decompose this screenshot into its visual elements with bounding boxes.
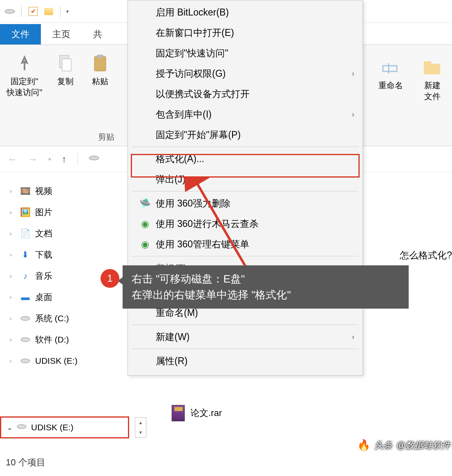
chevron-right-icon: › <box>10 315 16 322</box>
properties-qat-icon[interactable]: ✔ <box>27 5 40 18</box>
svg-point-11 <box>21 338 30 342</box>
newfolder-button[interactable]: 新建 文件 <box>413 53 452 102</box>
cm-360-menu[interactable]: ◉使用 360管理右键菜单 <box>128 234 362 254</box>
chevron-right-icon: › <box>10 336 16 343</box>
tree-label: 图片 <box>35 207 52 218</box>
chevron-right-icon: › <box>10 273 16 279</box>
drive-icon <box>20 315 31 322</box>
watermark: 🔥 头条 @数据蛙软件 <box>357 439 450 452</box>
svg-rect-4 <box>97 55 103 58</box>
chevron-right-icon: › <box>10 209 16 216</box>
360-icon: ◉ <box>139 218 151 229</box>
cm-360-scan[interactable]: ◉使用 360进行木马云查杀 <box>128 214 362 234</box>
tree-item-desktop[interactable]: ›▬桌面 <box>6 287 135 308</box>
cm-grant-access[interactable]: 授予访问权限(G)› <box>128 63 362 84</box>
nav-up-icon[interactable]: ↑ <box>62 153 67 165</box>
chevron-right-icon: › <box>352 69 354 78</box>
tree-item-drive-d[interactable]: ›软件 (D:) <box>6 329 135 350</box>
tree-label: UDISK (E:) <box>31 423 74 432</box>
background-text: 怎么格式化? <box>400 249 452 262</box>
annotation-line2: 在弹出的右键菜单中选择 "格式化" <box>132 287 400 303</box>
cm-include-library[interactable]: 包含到库中(I)› <box>128 104 362 125</box>
cm-bitlocker[interactable]: 启用 BitLocker(B) <box>128 2 362 22</box>
cm-label: 以便携式设备方式打开 <box>156 88 250 100</box>
360-icon: 🛸 <box>139 198 151 209</box>
chevron-right-icon: › <box>10 251 16 258</box>
scroll-down-icon[interactable]: ▾ <box>135 427 146 437</box>
desktop-icon: ▬ <box>20 292 31 302</box>
cm-new[interactable]: 新建(W)› <box>128 327 362 347</box>
svg-point-0 <box>5 9 15 13</box>
tree-label: 下载 <box>35 249 52 260</box>
scroll-up-icon[interactable]: ▴ <box>135 418 146 427</box>
tab-share[interactable]: 共 <box>82 24 114 44</box>
cm-pin-quick[interactable]: 固定到"快速访问" <box>128 43 362 63</box>
tree-item-documents[interactable]: ›📄文档 <box>6 223 135 244</box>
paste-button[interactable]: 粘贴 <box>86 49 114 87</box>
file-name: 论文.rar <box>190 407 222 419</box>
address-drive-icon[interactable] <box>88 154 100 164</box>
tree-label: 桌面 <box>35 291 52 303</box>
ribbon-section-clipboard: 剪贴 <box>98 131 114 142</box>
paste-label: 粘贴 <box>92 76 108 87</box>
cm-open-new-window[interactable]: 在新窗口中打开(E) <box>128 22 362 43</box>
rename-icon <box>380 56 401 80</box>
rar-icon <box>172 405 185 421</box>
svg-rect-5 <box>383 66 397 71</box>
tree-item-drive-e[interactable]: ›UDISK (E:) <box>6 350 135 371</box>
tree-scroll[interactable]: ▴▾ <box>135 417 146 438</box>
cm-format[interactable]: 格式化(A)... <box>128 149 362 169</box>
svg-point-12 <box>21 359 30 363</box>
tree-item-downloads[interactable]: ›⬇下载 <box>6 244 135 265</box>
nav-history-icon[interactable]: ▾ <box>48 156 51 162</box>
svg-rect-3 <box>94 56 106 71</box>
tree-item-drive-e-selected[interactable]: ⌄ UDISK (E:) <box>0 416 129 438</box>
chevron-right-icon: › <box>10 188 16 194</box>
tree-label: 软件 (D:) <box>35 334 69 345</box>
annotation-badge: 1 <box>101 269 119 288</box>
tree-item-videos[interactable]: ›🎞️视频 <box>6 180 135 202</box>
documents-icon: 📄 <box>20 229 31 238</box>
svg-rect-2 <box>62 59 71 71</box>
cm-open-portable[interactable]: 以便携式设备方式打开 <box>128 84 362 104</box>
cm-label: 包含到库中(I) <box>156 108 212 121</box>
cm-pin-start[interactable]: 固定到"开始"屏幕(P) <box>128 125 362 145</box>
nav-back-icon[interactable]: ← <box>7 153 17 165</box>
rename-button[interactable]: 重命名 <box>371 53 410 102</box>
downloads-icon: ⬇ <box>20 250 31 260</box>
cm-label: 使用 360进行木马云查杀 <box>156 218 259 230</box>
tab-home[interactable]: 主页 <box>41 24 82 44</box>
drive-icon <box>20 336 31 343</box>
chevron-down-icon: ⌄ <box>7 424 12 432</box>
tab-file[interactable]: 文件 <box>0 24 41 44</box>
svg-point-9 <box>89 156 99 160</box>
360-icon: ◉ <box>139 239 151 250</box>
qat-dropdown-icon[interactable]: ▾ <box>66 9 69 14</box>
chevron-right-icon: › <box>10 230 16 237</box>
rename-label: 重命名 <box>378 80 403 91</box>
music-icon: ♪ <box>20 271 31 281</box>
file-item[interactable]: 论文.rar <box>172 405 222 421</box>
drive-icon <box>20 357 31 365</box>
annotation-line1: 右击 "可移动磁盘：E盘" <box>132 271 400 287</box>
cm-label: 属性(R) <box>156 355 188 367</box>
divider <box>21 6 22 17</box>
tree-item-pictures[interactable]: ›🖼️图片 <box>6 202 135 223</box>
divider <box>132 349 358 349</box>
cm-360-delete[interactable]: 🛸使用 360强力删除 <box>128 193 362 214</box>
copy-button[interactable]: 复制 <box>45 49 86 87</box>
videos-icon: 🎞️ <box>20 186 31 196</box>
divider <box>60 6 60 17</box>
cm-label: 启用 BitLocker(B) <box>156 6 229 19</box>
pin-label: 固定到" 快速访问" <box>7 76 42 98</box>
chevron-right-icon: › <box>10 294 16 300</box>
cm-properties[interactable]: 属性(R) <box>128 351 362 371</box>
tree-item-drive-c[interactable]: ›系统 (C:) <box>6 308 135 329</box>
cm-eject[interactable]: 弹出(J) <box>128 169 362 189</box>
pictures-icon: 🖼️ <box>20 207 31 217</box>
folder-qat-icon[interactable] <box>42 5 55 18</box>
pin-quick-access-button[interactable]: 固定到" 快速访问" <box>4 49 45 98</box>
ribbon-right: 重命名 新建 文件 <box>371 53 452 102</box>
divider <box>132 147 358 147</box>
svg-rect-8 <box>424 61 431 65</box>
